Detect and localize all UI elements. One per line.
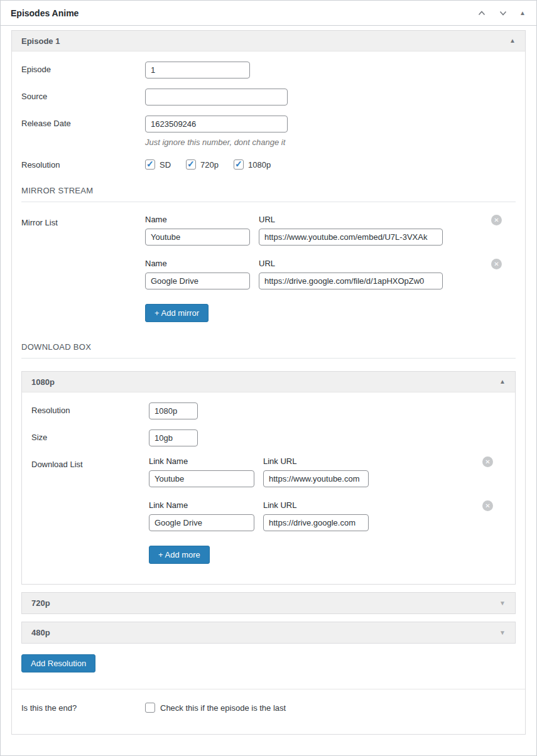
toggle-metabox-button[interactable]: ▲ [515, 9, 530, 18]
mirror-name-input[interactable] [145, 229, 250, 246]
remove-mirror-icon[interactable]: ✕ [491, 215, 502, 225]
link-url-input[interactable] [263, 470, 369, 487]
remove-mirror-icon[interactable]: ✕ [491, 259, 502, 269]
link-name-input[interactable] [149, 514, 254, 531]
expand-panel-icon[interactable]: ▼ [499, 600, 506, 607]
expand-panel-icon[interactable]: ▼ [499, 630, 506, 636]
dl-size-input[interactable] [149, 429, 198, 446]
metabox-header: Episodes Anime ▲ [1, 1, 536, 26]
dl-size-row: Size [31, 429, 506, 446]
chevron-up-icon [477, 8, 487, 18]
download-panel-480p: 480p ▼ [21, 622, 516, 644]
resolution-field-row: Resolution SD 720p 1080p [21, 157, 516, 170]
episodes-anime-metabox: Episodes Anime ▲ Episode 1 ▲ [0, 0, 537, 756]
resolution-option-720p: 720p [186, 159, 219, 170]
link-name-header: Link Name [149, 500, 254, 510]
add-more-button[interactable]: + Add more [149, 546, 210, 564]
mirror-name-col: Name [145, 259, 250, 289]
episode-input[interactable] [145, 62, 250, 78]
episode-group-title: Episode 1 [21, 36, 60, 46]
episode-field-row: Episode [21, 62, 516, 78]
sd-checkbox-label: SD [160, 160, 171, 170]
is-end-checkbox-group: Check this if the episode is the last [145, 703, 286, 713]
mirror-name-header: Name [145, 259, 250, 268]
download-panels: 1080p ▲ Resolution Size [21, 371, 516, 644]
mirror-stream-heading: MIRROR STREAM [21, 186, 516, 195]
episode-group-header[interactable]: Episode 1 ▲ [12, 31, 525, 51]
chevron-down-icon [498, 8, 508, 18]
move-up-icon[interactable] [472, 7, 491, 19]
mirror-stream-divider [21, 202, 516, 202]
1080p-checkbox[interactable] [234, 159, 244, 170]
episode-label: Episode [21, 62, 145, 74]
remove-download-icon[interactable]: ✕ [482, 500, 493, 511]
sd-checkbox[interactable] [145, 159, 155, 170]
dl-resolution-label: Resolution [31, 402, 149, 415]
download-list: Link Name Link URL ✕ [149, 456, 506, 568]
link-name-input[interactable] [149, 470, 254, 487]
mirror-url-input[interactable] [259, 273, 443, 289]
resolution-option-sd: SD [145, 159, 171, 170]
download-panel-header[interactable]: 720p ▼ [22, 593, 515, 613]
is-end-checkbox-label: Check this if the episode is the last [160, 703, 286, 713]
mirror-list: Name URL ✕ Name [145, 215, 516, 326]
is-end-checkbox[interactable] [145, 703, 155, 713]
link-url-col: Link URL [263, 500, 369, 531]
mirror-list-label: Mirror List [21, 215, 145, 227]
move-down-icon[interactable] [494, 7, 513, 19]
link-url-input[interactable] [263, 514, 369, 531]
link-name-col: Link Name [149, 456, 254, 487]
720p-checkbox[interactable] [186, 159, 196, 170]
download-row: Link Name Link URL ✕ [149, 456, 506, 487]
download-panel-header[interactable]: 480p ▼ [22, 622, 515, 643]
download-panel-title: 1080p [31, 377, 55, 387]
mirror-url-col: URL [259, 215, 443, 246]
collapse-panel-icon[interactable]: ▲ [499, 379, 506, 385]
triangle-up-icon: ▲ [519, 10, 526, 16]
metabox-title: Episodes Anime [11, 8, 79, 18]
mirror-name-col: Name [145, 215, 250, 246]
metabox-body: Episode 1 ▲ Episode Source Release Date [1, 26, 536, 740]
episode-group-panel: Episode 1 ▲ Episode Source Release Date [11, 30, 526, 735]
add-mirror-button[interactable]: + Add mirror [145, 304, 209, 322]
dl-resolution-row: Resolution [31, 402, 506, 419]
download-panel-header[interactable]: 1080p ▲ [22, 372, 515, 392]
source-input[interactable] [145, 89, 288, 105]
resolution-checkbox-group: SD 720p 1080p [145, 157, 271, 170]
release-date-field: Just ignore this number, dont change it [145, 116, 288, 147]
download-list-label: Download List [31, 456, 149, 469]
mirror-row: Name URL ✕ [145, 215, 516, 246]
720p-checkbox-label: 720p [200, 160, 219, 170]
1080p-checkbox-label: 1080p [248, 160, 271, 170]
mirror-list-row: Mirror List Name URL ✕ [21, 215, 516, 326]
mirror-url-input[interactable] [259, 229, 443, 246]
is-end-row: Is this the end? Check this if the episo… [21, 703, 516, 713]
mirror-name-input[interactable] [145, 273, 250, 289]
link-name-col: Link Name [149, 500, 254, 531]
link-url-header: Link URL [263, 456, 369, 466]
download-panel-720p: 720p ▼ [21, 592, 516, 614]
download-panel-content: Resolution Size Download List [22, 392, 515, 584]
release-date-input[interactable] [145, 116, 288, 132]
download-row: Link Name Link URL ✕ [149, 500, 506, 531]
is-end-label: Is this the end? [21, 703, 145, 713]
mirror-url-header: URL [259, 215, 443, 224]
remove-download-icon[interactable]: ✕ [482, 456, 493, 467]
download-box-divider [21, 358, 516, 359]
link-name-header: Link Name [149, 456, 254, 466]
add-resolution-button[interactable]: Add Resolution [21, 654, 95, 672]
link-url-col: Link URL [263, 456, 369, 487]
end-section-divider [12, 689, 525, 689]
release-date-help-text: Just ignore this number, dont change it [145, 138, 288, 147]
dl-resolution-input[interactable] [149, 402, 198, 419]
metabox-actions: ▲ [472, 7, 530, 19]
mirror-name-header: Name [145, 215, 250, 224]
episode-group-content: Episode Source Release Date Just ignore … [12, 51, 525, 734]
mirror-url-col: URL [259, 259, 443, 289]
download-panel-1080p: 1080p ▲ Resolution Size [21, 371, 516, 585]
mirror-row: Name URL ✕ [145, 259, 516, 289]
dl-size-label: Size [31, 429, 149, 442]
download-box-heading: DOWNLOAD BOX [21, 342, 516, 352]
link-url-header: Link URL [263, 500, 369, 510]
collapse-episode-icon[interactable]: ▲ [509, 38, 516, 44]
